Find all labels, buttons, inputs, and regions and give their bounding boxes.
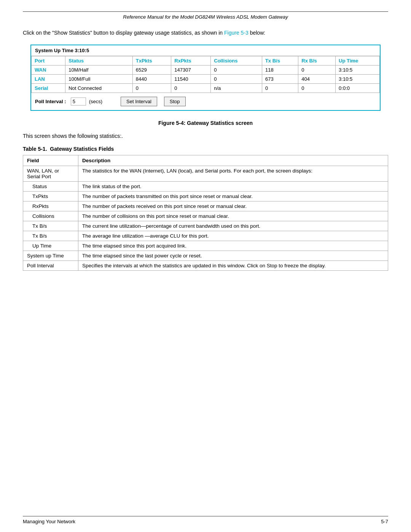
stats-table-row: Serial Not Connected 0 0 n/a 0 0 0:0:0 [32, 84, 380, 93]
field-desc-cell: The statistics for the WAN (Internet), L… [78, 166, 388, 182]
stats-table-row: LAN 100M/Full 8440 11540 0 673 404 3:10:… [32, 75, 380, 84]
col-collisions: Collisions [211, 56, 262, 66]
field-name-cell: System up Time [23, 251, 78, 261]
stats-widget: System Up Time 3:10:5 Port Status TxPkts… [30, 45, 381, 111]
table-row: Poll Interval Specifies the intervals at… [23, 261, 388, 271]
col-port: Port [32, 56, 65, 66]
stats-tx-bs: 118 [262, 66, 298, 75]
table-row: Tx B/s The current line utilization—perc… [23, 221, 388, 231]
stats-tx-bs: 673 [262, 75, 298, 84]
stats-up-time: 0:0:0 [336, 84, 380, 93]
stats-tx-bs: 0 [262, 84, 298, 93]
stats-status: 100M/Full [65, 75, 133, 84]
stats-txpkts: 6529 [132, 66, 171, 75]
field-desc-cell: The link status of the port. [78, 182, 388, 192]
poll-interval-input[interactable] [71, 97, 86, 105]
stats-port: Serial [32, 84, 65, 93]
stats-up-time: 3:10:5 [336, 66, 380, 75]
stop-button[interactable]: Stop [164, 97, 186, 106]
stats-status: 10M/Half [65, 66, 133, 75]
field-desc-cell: The average line utilization —average CL… [78, 231, 388, 241]
field-desc-cell: Specifies the intervals at which the sta… [78, 261, 388, 271]
table-row: System up Time The time elapsed since th… [23, 251, 388, 261]
field-name-cell: Status [23, 182, 78, 192]
stats-table: Port Status TxPkts RxPkts Collisions Tx … [31, 56, 380, 93]
col-tx-bs: Tx B/s [262, 56, 298, 66]
stats-up-time: 3:10:5 [336, 75, 380, 84]
set-interval-button[interactable]: Set Interval [121, 97, 157, 106]
table-row: RxPkts The number of packets received on… [23, 201, 388, 211]
field-desc-cell: The number of collisions on this port si… [78, 211, 388, 221]
field-desc-cell: The number of packets transmitted on thi… [78, 192, 388, 201]
stats-port: LAN [32, 75, 65, 84]
table-row: TxPkts The number of packets transmitted… [23, 192, 388, 201]
stats-txpkts: 8440 [132, 75, 171, 84]
gateway-stats-fields-table: Field Description WAN, LAN, orSerial Por… [23, 155, 388, 271]
field-desc-cell: The time elapsed since this port acquire… [78, 241, 388, 251]
col-rx-bs: Rx B/s [298, 56, 336, 66]
field-desc-cell: The time elapsed since the last power cy… [78, 251, 388, 261]
poll-row: Poll Interval : (secs) Set Interval Stop [31, 93, 380, 110]
intro-text-after: below: [249, 30, 265, 36]
field-name-cell: Tx B/s [23, 231, 78, 241]
footer-right: 5-7 [381, 519, 388, 524]
stats-collisions: n/a [211, 84, 262, 93]
field-name-cell: Tx B/s [23, 221, 78, 231]
table-title: Table 5-1. Gateway Statistics Fields [23, 146, 388, 152]
stats-rxpkts: 11540 [171, 75, 211, 84]
intro-paragraph: Click on the "Show Statistics" button to… [23, 29, 388, 37]
table-ref: Table 5-1. [23, 146, 47, 152]
system-up-time: System Up Time 3:10:5 [31, 45, 380, 56]
field-name-cell: Collisions [23, 211, 78, 221]
system-up-time-label: System Up Time [35, 48, 73, 53]
poll-secs-label: (secs) [89, 99, 102, 104]
field-desc-cell: The number of packets received on this p… [78, 201, 388, 211]
field-name-cell: Poll Interval [23, 261, 78, 271]
field-name-cell: Up Time [23, 241, 78, 251]
poll-interval-label: Poll Interval : [35, 99, 66, 104]
system-up-time-value: 3:10:5 [75, 48, 89, 53]
stats-rx-bs: 0 [298, 84, 336, 93]
stats-rx-bs: 404 [298, 75, 336, 84]
table-row: Status The link status of the port. [23, 182, 388, 192]
intro-text-before: Click on the "Show Statistics" button to… [23, 30, 224, 36]
table-row: Up Time The time elapsed since this port… [23, 241, 388, 251]
col-txpkts: TxPkts [132, 56, 171, 66]
stats-collisions: 0 [211, 75, 262, 84]
field-desc-cell: The current line utilization—percentage … [78, 221, 388, 231]
desc-table-col-desc: Description [78, 155, 388, 166]
field-name-cell: RxPkts [23, 201, 78, 211]
figure-caption: Figure 5-4: Gateway Statistics screen [23, 120, 388, 126]
stats-rx-bs: 0 [298, 66, 336, 75]
field-name-cell: WAN, LAN, orSerial Port [23, 166, 78, 182]
stats-collisions: 0 [211, 66, 262, 75]
stats-rxpkts: 0 [171, 84, 211, 93]
screen-description: This screen shows the following statisti… [23, 133, 388, 139]
footer: Managing Your Network 5-7 [23, 519, 388, 532]
stats-status: Not Connected [65, 84, 133, 93]
page-header-title: Reference Manual for the Model DG824M Wi… [23, 14, 388, 20]
field-name-cell: TxPkts [23, 192, 78, 201]
footer-left: Managing Your Network [23, 519, 75, 524]
stats-txpkts: 0 [132, 84, 171, 93]
col-status: Status [65, 56, 133, 66]
table-row: Tx B/s The average line utilization —ave… [23, 231, 388, 241]
footer-rule [23, 516, 388, 516]
table-row: WAN, LAN, orSerial Port The statistics f… [23, 166, 388, 182]
stats-table-row: WAN 10M/Half 6529 147307 0 118 0 3:10:5 [32, 66, 380, 75]
table-row: Collisions The number of collisions on t… [23, 211, 388, 221]
figure-link[interactable]: Figure 5-3 [224, 30, 249, 36]
col-up-time: Up Time [336, 56, 380, 66]
stats-rxpkts: 147307 [171, 66, 211, 75]
col-rxpkts: RxPkts [171, 56, 211, 66]
table-name: Gateway Statistics Fields [50, 146, 114, 152]
stats-port: WAN [32, 66, 65, 75]
desc-table-col-field: Field [23, 155, 78, 166]
header-rule [23, 11, 388, 12]
